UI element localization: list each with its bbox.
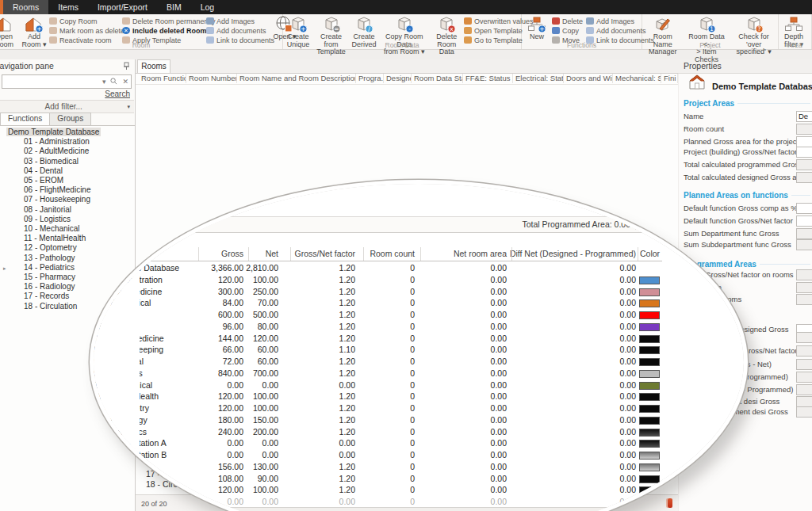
tree-root[interactable]: Demo Template Database	[0, 128, 135, 137]
color-swatch[interactable]	[639, 358, 660, 366]
add-images-button[interactable]: Add Images	[586, 17, 642, 25]
mag-column-header-diff-net-designed-programmed[interactable]: Diff Net (Designed - Programmed)	[510, 249, 636, 258]
delete-button[interactable]: Delete	[552, 17, 586, 25]
field-input-default-function-gross-net-factor[interactable]	[796, 215, 812, 227]
color-swatch[interactable]	[639, 463, 660, 471]
tree-item-01-administration[interactable]: 01 - Administration	[0, 137, 135, 147]
room-data-item-checks-button[interactable]: 1Room Data <- > Item Checks	[684, 15, 730, 63]
tree-item-06-flightmedicine[interactable]: 06 - FlightMedicine	[0, 185, 135, 195]
field-input-fragment[interactable]	[796, 359, 812, 370]
menu-tab-rooms[interactable]: Rooms	[3, 0, 48, 14]
color-swatch[interactable]	[639, 335, 660, 343]
copy-button[interactable]: Copy	[552, 26, 586, 35]
copy-room-button[interactable]: Copy Room	[49, 17, 122, 25]
field-input-total-calculated-programmed-gross-area[interactable]	[796, 159, 812, 170]
include-deleted-rooms-button[interactable]: ✕Include deleted Rooms	[122, 26, 206, 35]
color-swatch[interactable]	[639, 417, 660, 425]
color-swatch[interactable]	[639, 288, 660, 296]
column-header-doors-and-win[interactable]: Doors and Win...	[565, 74, 613, 83]
color-swatch[interactable]	[639, 405, 660, 413]
color-swatch[interactable]	[639, 299, 660, 307]
search-link[interactable]: Search	[105, 90, 130, 98]
alert-icon[interactable]	[668, 498, 672, 508]
color-swatch[interactable]	[639, 452, 660, 460]
delete-room-data-button[interactable]: xDelete Room Data	[430, 15, 464, 56]
search-input[interactable]: ▾ ✕	[2, 74, 132, 89]
tree-item-09-logistics[interactable]: 09 - Logistics	[0, 215, 135, 224]
field-input-total-calculated-designed-gross-area[interactable]	[796, 172, 812, 183]
field-input-fragment[interactable]	[796, 384, 812, 395]
field-input-project-building-gross-net-factor[interactable]	[796, 147, 812, 158]
check-for-over-specified-button[interactable]: ?Check for 'over specified' ▾	[730, 15, 778, 56]
overwritten-values-button[interactable]: Overwritten values	[464, 17, 521, 25]
nav-tab-groups[interactable]: Groups	[49, 112, 91, 125]
field-input-area[interactable]	[796, 282, 812, 293]
menu-tab-items[interactable]: Items	[48, 0, 88, 14]
column-header-room-number[interactable]: Room Number	[187, 74, 237, 83]
chevron-down-icon[interactable]: ▾	[100, 78, 109, 86]
color-swatch[interactable]	[639, 475, 660, 483]
field-input-fragment[interactable]	[796, 396, 812, 407]
field-input-fragment[interactable]	[796, 406, 812, 418]
tree-item-02-adultmedicine[interactable]: 02 - AdultMedicine	[0, 147, 135, 156]
field-input-om-rooms[interactable]	[796, 294, 812, 305]
color-swatch[interactable]	[639, 346, 660, 354]
column-header-fini[interactable]: Fini	[662, 74, 678, 83]
mag-column-header-net-room-area[interactable]: Net room area	[454, 249, 507, 258]
column-header-electrical-status[interactable]: Electrical: Status	[514, 74, 564, 83]
nav-tab-functions[interactable]: Functions	[0, 112, 50, 125]
mag-column-header-gross-net-factor[interactable]: Gross/Net factor	[295, 249, 355, 258]
tree-item-03-biomedical[interactable]: 03 - Biomedical	[0, 157, 135, 166]
pin-icon[interactable]	[123, 62, 130, 72]
open-template-button[interactable]: Open Template	[464, 26, 521, 35]
clear-search-icon[interactable]: ✕	[120, 78, 131, 86]
mark-room-as-deleted-button[interactable]: Mark room as deleted	[49, 26, 122, 35]
field-input-planned-gross-area-for-the-project[interactable]	[796, 136, 812, 147]
mag-column-header-room-count[interactable]: Room count	[370, 249, 415, 258]
tree-item-08-janitorial[interactable]: 08 - Janitorial	[0, 205, 135, 215]
column-header-mechanical-sta[interactable]: Mechanical: Sta...	[614, 74, 661, 83]
menu-tab-bim[interactable]: BIM	[157, 0, 191, 14]
menu-tab-import-export[interactable]: Import/Export	[88, 0, 157, 14]
color-swatch[interactable]	[639, 276, 660, 284]
add-documents-button[interactable]: Add documents	[586, 26, 642, 35]
mag-column-header-gross[interactable]: Gross	[221, 249, 243, 258]
mag-column-header-color[interactable]: Color	[640, 249, 660, 258]
field-input-fragment[interactable]	[796, 332, 812, 343]
field-input-default-function-gross-comp-as-of-net[interactable]	[796, 203, 812, 214]
column-header-room-name-and-room-description[interactable]: Room Name and Room Description	[238, 74, 356, 83]
create-from-template-button[interactable]: =Create from Template	[313, 15, 349, 56]
tree-item-12-optometry[interactable]: 12 - Optometry	[0, 243, 135, 253]
color-swatch[interactable]	[639, 429, 660, 437]
room-name-manager-button[interactable]: Room Name Manager	[642, 15, 684, 56]
field-input-name[interactable]: De	[796, 111, 812, 122]
field-input-sum-department-func-gross[interactable]	[796, 228, 812, 239]
menu-tab-log[interactable]: Log	[191, 0, 224, 14]
field-input-fragment[interactable]	[796, 372, 812, 383]
color-swatch[interactable]	[639, 370, 660, 378]
tree-item-05-erom[interactable]: 05 - EROM	[0, 176, 135, 185]
new-button[interactable]: +New	[522, 15, 552, 41]
column-header-ff-e-status[interactable]: FF&E: Status	[464, 74, 513, 83]
tree-item-16-radiology[interactable]: 16 - Radiology	[0, 282, 135, 292]
add-images-button[interactable]: Add Images	[206, 17, 270, 25]
field-input-sum-subdepartment-func-gross[interactable]	[796, 239, 812, 250]
color-swatch[interactable]	[639, 393, 660, 401]
color-swatch[interactable]	[639, 323, 660, 331]
column-header-designe[interactable]: Designe...	[385, 74, 412, 83]
delete-room-permanently-button[interactable]: Delete Room permanently	[122, 17, 206, 25]
copy-room-data-from-room-button[interactable]: -Copy Room Data from Room ▾	[379, 15, 430, 56]
color-swatch[interactable]	[639, 311, 660, 319]
tree-item-11-mentalhealth[interactable]: 11 - MentalHealth	[0, 234, 135, 243]
field-input-ge-gross-net-factor-on-rooms[interactable]	[796, 269, 812, 280]
tab-rooms[interactable]: Rooms	[137, 59, 170, 73]
column-header-room-function[interactable]: Room Function #	[140, 74, 186, 83]
tree-item-14-pediatrics[interactable]: ▸14 - Pediatrics	[0, 263, 135, 273]
search-icon[interactable]	[108, 78, 120, 86]
field-input-room-count[interactable]	[796, 124, 812, 135]
tree-item-13-pathology[interactable]: 13 - Pathology	[0, 254, 135, 263]
add-filter-button[interactable]: Add filter... ▾	[0, 100, 134, 113]
add-documents-button[interactable]: Add documents	[206, 26, 270, 35]
tree-item-04-dental[interactable]: 04 - Dental	[0, 166, 135, 176]
tree-item-10-mechanical[interactable]: 10 - Mechanical	[0, 224, 135, 234]
